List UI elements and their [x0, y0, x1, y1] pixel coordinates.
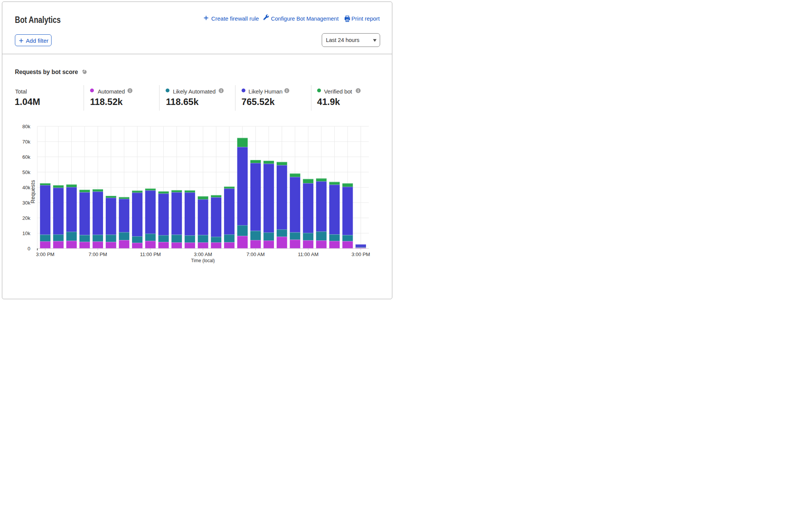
- svg-text:Requests: Requests: [30, 180, 36, 203]
- svg-text:11:00 PM: 11:00 PM: [140, 251, 161, 257]
- svg-text:7:00 AM: 7:00 AM: [247, 251, 265, 257]
- svg-text:80k: 80k: [23, 124, 31, 129]
- svg-text:60k: 60k: [23, 154, 31, 160]
- svg-text:40k: 40k: [23, 185, 31, 190]
- svg-text:3:00 AM: 3:00 AM: [194, 251, 212, 257]
- svg-text:70k: 70k: [23, 139, 31, 145]
- svg-text:7:00 PM: 7:00 PM: [89, 251, 107, 257]
- svg-text:Time (local): Time (local): [191, 258, 215, 263]
- svg-text:30k: 30k: [23, 200, 31, 206]
- svg-text:11:00 AM: 11:00 AM: [298, 251, 319, 257]
- svg-text:50k: 50k: [23, 169, 31, 175]
- svg-text:0: 0: [27, 246, 30, 251]
- svg-text:20k: 20k: [23, 215, 31, 221]
- svg-text:3:00 PM: 3:00 PM: [351, 251, 370, 257]
- svg-text:10k: 10k: [23, 231, 31, 236]
- svg-text:3:00 PM: 3:00 PM: [36, 251, 54, 257]
